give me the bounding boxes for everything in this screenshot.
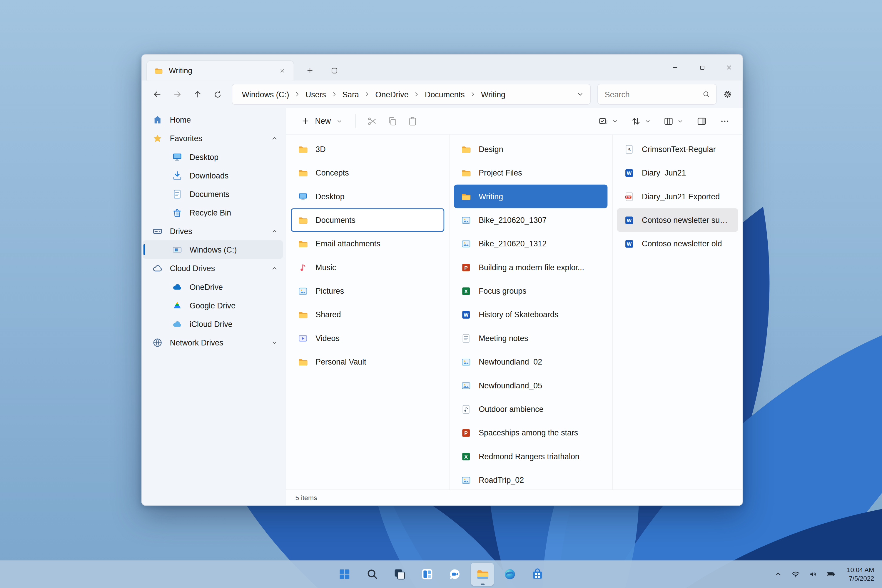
- item-bike-210620-1307[interactable]: Bike_210620_1307: [454, 208, 608, 232]
- taskbar-search-button[interactable]: [360, 563, 383, 586]
- item-roadtrip-02[interactable]: RoadTrip_02: [454, 468, 608, 489]
- item-pictures[interactable]: Pictures: [291, 279, 444, 303]
- back-button[interactable]: [147, 85, 166, 104]
- chevron-up-icon[interactable]: [270, 264, 278, 272]
- item-bike-210620-1312[interactable]: Bike_210620_1312: [454, 232, 608, 255]
- new-tab-button[interactable]: [302, 62, 318, 79]
- item-diary-jun21-exported[interactable]: PDFDiary_Jun21 Exported: [617, 184, 738, 208]
- svg-text:W: W: [627, 241, 632, 247]
- sidebar-item-google-drive[interactable]: Google Drive: [143, 296, 283, 315]
- sidebar-item-documents[interactable]: Documents: [143, 184, 283, 203]
- see-more-button[interactable]: [714, 111, 735, 130]
- close-window-button[interactable]: [716, 55, 742, 81]
- sidebar-item-desktop[interactable]: Desktop: [143, 147, 283, 166]
- tray-battery-button[interactable]: [823, 565, 838, 584]
- paste-button[interactable]: [402, 111, 423, 130]
- svg-text:W: W: [464, 312, 469, 318]
- item-history-of-skateboards[interactable]: WHistory of Skateboards: [454, 303, 608, 326]
- copy-button[interactable]: [382, 111, 402, 130]
- search-icon: [702, 90, 711, 99]
- tray-volume-button[interactable]: [805, 565, 821, 584]
- refresh-icon: [213, 90, 222, 99]
- item-shared[interactable]: Shared: [291, 303, 444, 326]
- item-diary-jun21[interactable]: WDiary_Jun21: [617, 161, 738, 184]
- item-newfoundland-05[interactable]: Newfoundland_05: [454, 374, 608, 397]
- breadcrumb-segment-documents[interactable]: Documents: [421, 88, 469, 100]
- item-label: Bike_210620_1312: [478, 239, 546, 248]
- monitor-icon: [172, 151, 183, 162]
- sidebar-item-windows-c[interactable]: Windows (C:): [143, 240, 283, 259]
- forward-button[interactable]: [168, 85, 187, 104]
- sidebar-item-downloads[interactable]: Downloads: [143, 166, 283, 184]
- item-contoso-newsletter-old[interactable]: WContoso newsletter old: [617, 232, 738, 255]
- item-desktop[interactable]: Desktop: [291, 184, 444, 208]
- tab-switcher-button[interactable]: [326, 62, 342, 79]
- taskbar-clock[interactable]: 10:04 AM 7/5/2022: [844, 566, 876, 583]
- item-concepts[interactable]: Concepts: [291, 161, 444, 184]
- item-writing[interactable]: Writing: [454, 184, 608, 208]
- cut-button[interactable]: [362, 111, 382, 130]
- item-documents[interactable]: Documents: [291, 208, 444, 232]
- item-design[interactable]: Design: [454, 137, 608, 161]
- taskbar-edge-button[interactable]: [498, 563, 521, 586]
- item-newfoundland-02[interactable]: Newfoundland_02: [454, 350, 608, 374]
- tab-writing[interactable]: Writing: [146, 60, 294, 81]
- breadcrumb-segment-windows-c[interactable]: Windows (C:): [238, 88, 293, 100]
- taskbar-start-button[interactable]: [333, 563, 356, 586]
- item-personal-vault[interactable]: Personal Vault: [291, 350, 444, 374]
- breadcrumb-segment-onedrive[interactable]: OneDrive: [371, 88, 412, 100]
- item-spaceships-among-the-stars[interactable]: PSpaceships among the stars: [454, 421, 608, 444]
- item-redmond-rangers-triathalon[interactable]: XRedmond Rangers triathalon: [454, 444, 608, 468]
- search-input[interactable]: [604, 89, 699, 99]
- item-crimsontext-regular[interactable]: ACrimsonText-Regular: [617, 137, 738, 161]
- chevron-up-icon[interactable]: [270, 227, 278, 235]
- item-project-files[interactable]: Project Files: [454, 161, 608, 184]
- item-videos[interactable]: Videos: [291, 326, 444, 350]
- new-button[interactable]: New: [294, 111, 350, 130]
- item-meeting-notes[interactable]: Meeting notes: [454, 326, 608, 350]
- breadcrumb-segment-writing[interactable]: Writing: [477, 88, 510, 100]
- recycle-icon: [172, 207, 183, 218]
- taskbar-file-explorer-button[interactable]: [471, 563, 494, 586]
- item-label: Outdoor ambience: [478, 405, 543, 414]
- maximize-button[interactable]: [688, 55, 716, 81]
- select-button[interactable]: [594, 111, 623, 130]
- up-button[interactable]: [188, 85, 207, 104]
- sidebar-item-recycle-bin[interactable]: Recycle Bin: [143, 203, 283, 222]
- tray-wifi-button[interactable]: [788, 565, 804, 584]
- settings-button[interactable]: [718, 85, 737, 104]
- sidebar-item-network-drives[interactable]: Network Drives: [143, 333, 283, 352]
- item-email-attachments[interactable]: Email attachments: [291, 232, 444, 255]
- item-music[interactable]: Music: [291, 255, 444, 279]
- sort-button[interactable]: [626, 111, 656, 130]
- sidebar-item-drives[interactable]: Drives: [143, 222, 283, 240]
- breadcrumb[interactable]: Windows (C:)UsersSaraOneDriveDocumentsWr…: [232, 84, 591, 105]
- view-button[interactable]: [658, 111, 688, 130]
- details-pane-button[interactable]: [691, 111, 711, 130]
- chevron-up-icon[interactable]: [270, 134, 278, 142]
- chevron-down-icon[interactable]: [270, 338, 278, 346]
- sidebar-item-onedrive[interactable]: OneDrive: [143, 278, 283, 296]
- breadcrumb-segment-sara[interactable]: Sara: [338, 88, 363, 100]
- tab-close-button[interactable]: [276, 64, 289, 77]
- folder-icon: [461, 144, 471, 154]
- item-3d[interactable]: 3D: [291, 137, 444, 161]
- item-outdoor-ambience[interactable]: Outdoor ambience: [454, 397, 608, 421]
- sidebar-item-favorites[interactable]: Favorites: [143, 129, 283, 147]
- breadcrumb-segment-users[interactable]: Users: [302, 88, 330, 100]
- item-building-a-modern-file-explor[interactable]: PBuilding a modern file explor...: [454, 255, 608, 279]
- taskbar-widgets-button[interactable]: [416, 563, 439, 586]
- address-dropdown-icon[interactable]: [576, 90, 585, 99]
- taskbar-task-view-button[interactable]: [388, 563, 411, 586]
- sidebar-item-cloud-drives[interactable]: Cloud Drives: [143, 259, 283, 277]
- refresh-button[interactable]: [208, 85, 227, 104]
- folder-icon: [297, 309, 308, 320]
- item-contoso-newsletter-summe[interactable]: WContoso newsletter summe...: [617, 208, 738, 232]
- sidebar-item-icloud-drive[interactable]: iCloud Drive: [143, 315, 283, 333]
- tray-chevron-button[interactable]: [770, 565, 786, 584]
- item-focus-groups[interactable]: XFocus groups: [454, 279, 608, 303]
- taskbar-store-button[interactable]: [526, 563, 549, 586]
- taskbar-chat-button[interactable]: [443, 563, 466, 586]
- sidebar-item-home[interactable]: Home: [143, 110, 283, 129]
- minimize-button[interactable]: [662, 55, 688, 81]
